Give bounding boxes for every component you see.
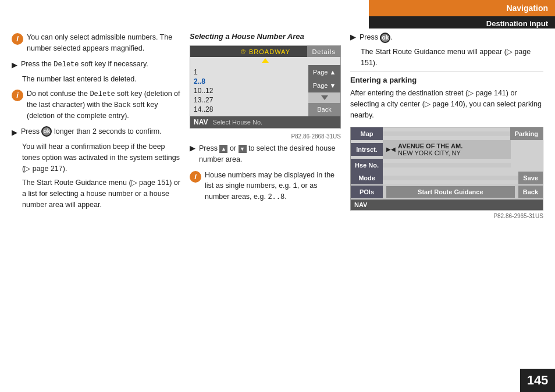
- info-icon-1: i: [12, 33, 23, 54]
- right-column: ▶ Press ok. The Start Route Guidance men…: [350, 32, 543, 380]
- part-ref-2: P82.86-2965-31US: [350, 213, 543, 219]
- select-house-label: Select House No.: [212, 119, 262, 126]
- info-text-2: Do not confuse the Delete soft key (dele…: [27, 88, 180, 122]
- arrow-sub-1: The number last entered is deleted.: [22, 74, 180, 85]
- nav2-mode-content: [383, 176, 518, 180]
- nav2-save-btn[interactable]: Save: [518, 172, 543, 184]
- nav2-intrsct-row: Intrsct. ▶◀ AVENUE OF THE AM. NEW YORK C…: [351, 140, 543, 159]
- nav2-bottom-bar: NAV: [351, 199, 543, 210]
- nav2-start-route-btn[interactable]: Start Route Guidance: [386, 186, 515, 198]
- nav2-map-row: Map Parking: [351, 127, 543, 140]
- arrow-icon-2: ▶: [12, 127, 17, 138]
- arrow-item-press-ok: ▶ Press ok.: [350, 32, 543, 43]
- list-item-3[interactable]: 10..12: [194, 86, 305, 95]
- arrow-text-ok: Press ok longer than 2 seconds to confir…: [21, 126, 162, 138]
- arrow-icon-right1: ▶: [350, 33, 356, 43]
- entering-parking-body: After entering the destination street (▷…: [350, 88, 543, 120]
- nav2-parking-btn[interactable]: Parking: [510, 127, 543, 140]
- arrow-text-select: Press ▲ or ▼ to select the desired house…: [199, 143, 341, 165]
- nav2-map-label: Map: [351, 127, 383, 140]
- nav-bottom-bar: NAV Select House No.: [190, 116, 340, 128]
- nav2-map-content: [383, 131, 510, 136]
- nav-list-buttons: Page ▲ Page ▼ Back: [308, 65, 340, 116]
- info-icon-3: i: [190, 171, 201, 203]
- nav2-pois-content: Start Route Guidance: [383, 184, 518, 199]
- nav-header: ♔ BROADWAY Details: [190, 46, 340, 57]
- triangle-up-icon: [262, 58, 269, 63]
- info-block-3: i House numbers may be displayed in the …: [190, 170, 341, 203]
- delete-code: Delete: [54, 60, 79, 69]
- list-item-5[interactable]: 14..28: [194, 105, 305, 114]
- list-item-1[interactable]: 1: [194, 67, 305, 77]
- nav-list: 1 2..8 10..12 13..27 14..28: [190, 65, 308, 116]
- arrow-text-press-ok: Press ok.: [360, 32, 393, 43]
- list-item-2[interactable]: 2..8: [194, 77, 305, 86]
- part-ref-1: P82.86-2868-31US: [190, 133, 341, 140]
- nav2-hseno-row: Hse No.: [351, 159, 543, 172]
- nav-list-area: 1 2..8 10..12 13..27 14..28 Page ▲ Page …: [190, 65, 340, 116]
- nav2-pois-label: POIs: [351, 186, 383, 198]
- arrow-sub-2a: You will hear a confirmation beep if the…: [22, 141, 180, 174]
- main-content: i You can only select admissible numbers…: [0, 0, 555, 392]
- mid-column: Selecting a House Number Area ♔ BROADWAY…: [190, 32, 341, 380]
- mid-section-title: Selecting a House Number Area: [190, 32, 341, 41]
- triangle-down-icon: [321, 95, 328, 100]
- nav-device-2: Map Parking Intrsct. ▶◀ AVENUE OF THE AM…: [350, 127, 543, 211]
- left-column: i You can only select admissible numbers…: [12, 32, 180, 380]
- arrow-text-delete: Press the Delete soft key if necessary.: [21, 59, 148, 71]
- info-icon-2: i: [12, 90, 23, 122]
- nav-header-text: BROADWAY: [249, 48, 290, 55]
- nav2-mode-row: Mode Save: [351, 172, 543, 184]
- up-btn-ref: ▲: [219, 145, 227, 153]
- arrow-item-delete: ▶ Press the Delete soft key if necessary…: [12, 59, 180, 71]
- nav2-address: AVENUE OF THE AM. NEW YORK CITY, NY: [398, 142, 462, 156]
- nav-device-1: ♔ BROADWAY Details 1 2..8 10..12 13..27 …: [190, 45, 341, 129]
- page-down-btn[interactable]: Page ▼: [308, 79, 340, 92]
- nav2-mode-label: Mode: [351, 172, 383, 184]
- nav2-hseno-label: Hse No.: [351, 159, 383, 172]
- info-text-1: You can only select admissible numbers. …: [27, 32, 180, 54]
- arrow-sub-2b: The Start Route Guidance menu (▷ page 15…: [22, 177, 180, 210]
- nav2-pois-row: POIs Start Route Guidance Back: [351, 184, 543, 199]
- info-block-1: i You can only select admissible numbers…: [12, 32, 180, 54]
- triangle-up: [190, 57, 340, 65]
- ok-circle-right: ok: [380, 33, 390, 43]
- page-up-btn[interactable]: Page ▲: [308, 65, 340, 79]
- ok-sub-text: The Start Route Guidance menu will appea…: [361, 47, 543, 69]
- arrow-item-ok: ▶ Press ok longer than 2 seconds to conf…: [12, 126, 180, 138]
- list-item-4[interactable]: 13..27: [194, 95, 305, 105]
- details-btn[interactable]: Details: [307, 46, 340, 57]
- arrow-icon-1: ▶: [12, 59, 17, 71]
- down-btn-ref: ▼: [239, 145, 247, 153]
- nav2-intrsct-label: Intrsct.: [351, 143, 383, 156]
- entering-parking-heading: Entering a parking: [350, 76, 543, 84]
- separator: [350, 72, 543, 72]
- nav2-intrsct-content: ▶◀ AVENUE OF THE AM. NEW YORK CITY, NY: [383, 140, 511, 159]
- arrow-item-select: ▶ Press ▲ or ▼ to select the desired hou…: [190, 143, 341, 165]
- nav-triangle-down-container: [308, 92, 340, 103]
- signal-icon: ▶◀: [386, 146, 396, 152]
- arrow-icon-select: ▶: [190, 144, 195, 165]
- nav-bottom-nav-label: NAV: [194, 118, 208, 126]
- nav2-back-btn[interactable]: Back: [518, 186, 543, 198]
- info-text-3: House numbers may be displayed in the li…: [205, 170, 341, 203]
- ok-btn-ref: ok: [41, 126, 52, 137]
- nav2-hseno-content: [383, 163, 511, 168]
- nav-header-icon: ♔: [240, 48, 247, 55]
- info-block-2: i Do not confuse the Delete soft key (de…: [12, 88, 180, 122]
- back-btn[interactable]: Back: [308, 103, 340, 116]
